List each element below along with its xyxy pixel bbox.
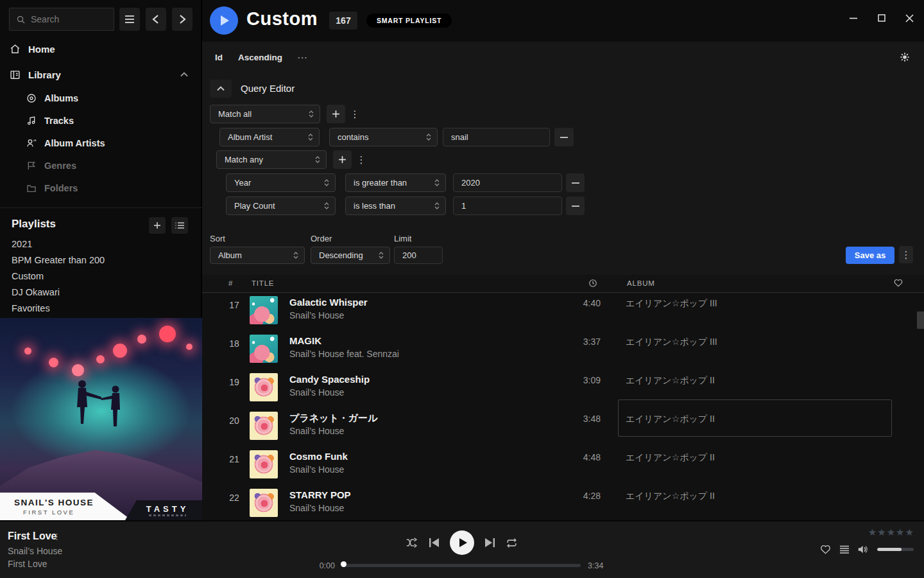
search-box[interactable] (9, 8, 114, 31)
sidebar-item-album-artists[interactable]: Album Artists (0, 136, 202, 151)
progress-bar[interactable] (343, 564, 581, 567)
favorite-heart-icon[interactable] (820, 545, 831, 554)
volume-fill (877, 548, 902, 551)
rule-field-select[interactable]: Album Artist (219, 128, 320, 146)
star-icon[interactable]: ★ (877, 527, 886, 538)
maximize-button[interactable] (872, 9, 891, 27)
match-group-select[interactable]: Match all (210, 105, 320, 123)
sidebar-item-folders[interactable]: Folders (0, 180, 202, 196)
track-title: Candy Spaceship (289, 374, 370, 385)
close-button[interactable] (900, 9, 919, 27)
rule-value-input[interactable] (443, 128, 550, 146)
sort-field-button[interactable]: Id (215, 53, 223, 62)
lantern-dot (159, 326, 176, 342)
play-pause-button[interactable] (450, 530, 474, 555)
playlist-item[interactable]: Favorites (12, 303, 191, 316)
column-index[interactable]: # (228, 279, 233, 287)
sidebar-item-label: Home (28, 44, 55, 55)
sidebar-item-tracks[interactable]: Tracks (0, 113, 202, 128)
playlist-item[interactable]: Custom (12, 271, 191, 284)
rule-operator-select[interactable]: is greater than (345, 173, 446, 192)
rule-value-input[interactable] (453, 173, 562, 192)
order-select[interactable]: Descending (311, 247, 390, 264)
rule-field-select[interactable]: Play Count (226, 197, 336, 215)
track-duration: 4:28 (571, 491, 601, 501)
chevron-up-icon[interactable] (180, 72, 188, 77)
add-rule-button[interactable] (333, 150, 352, 169)
rule-operator-select[interactable]: is less than (345, 197, 446, 215)
group-menu-button[interactable]: ⋮ (356, 150, 366, 169)
sidebar-item-albums[interactable]: Albums (0, 91, 202, 106)
column-album[interactable]: ALBUM (627, 279, 655, 287)
rule-operator-select[interactable]: contains (329, 128, 438, 146)
clock-icon[interactable] (588, 279, 597, 288)
shuffle-icon[interactable] (406, 538, 418, 548)
add-playlist-button[interactable] (149, 217, 166, 234)
table-row[interactable]: 22 STARRY POP Snail’s House 4:28 エイリアン☆ポ… (202, 484, 924, 520)
rule-value-input[interactable] (453, 197, 562, 215)
match-group-select[interactable]: Match any (216, 150, 327, 169)
previous-track-icon[interactable] (429, 538, 439, 547)
volume-slider[interactable] (877, 548, 914, 551)
app-window: Home Library Albums Tracks (0, 0, 924, 578)
volume-icon[interactable] (858, 545, 869, 554)
save-menu-button[interactable]: ⋮ (899, 246, 913, 263)
track-album[interactable]: エイリアン☆ポップ II (626, 452, 715, 464)
progress-handle[interactable] (341, 561, 346, 567)
play-playlist-button[interactable] (210, 6, 238, 35)
track-album[interactable]: エイリアン☆ポップ II (626, 414, 715, 425)
track-number: 17 (221, 300, 247, 310)
rule-field-select[interactable]: Year (226, 173, 336, 192)
heart-icon[interactable] (894, 279, 903, 287)
playlist-item[interactable]: DJ Okawari (12, 287, 191, 300)
now-playing-title: First Love (8, 530, 56, 542)
track-album[interactable]: エイリアン☆ポップ II (626, 375, 715, 387)
column-title[interactable]: TITLE (252, 279, 274, 287)
gear-icon[interactable] (900, 52, 910, 62)
table-row[interactable]: 20 プラネット・ガール Snail’s House 3:48 エイリアン☆ポッ… (202, 407, 924, 445)
track-album[interactable]: エイリアン☆ポップ II (626, 491, 715, 502)
table-row[interactable]: 17 Galactic Whisper Snail’s House 4:40 エ… (202, 293, 924, 329)
next-track-icon[interactable] (485, 538, 495, 547)
table-row[interactable]: 21 Cosmo Funk Snail’s House 4:48 エイリアン☆ポ… (202, 445, 924, 484)
page-title: Custom (246, 8, 318, 30)
sidebar-item-genres[interactable]: Genres (0, 158, 202, 173)
minimize-button[interactable] (844, 9, 863, 27)
play-icon (459, 538, 467, 547)
query-editor-collapse-button[interactable] (210, 80, 232, 98)
sort-order-button[interactable]: Ascending (238, 53, 282, 62)
sidebar-item-home[interactable]: Home (0, 40, 202, 57)
star-icon[interactable]: ★ (868, 527, 877, 538)
nav-back-button[interactable] (146, 8, 166, 31)
star-icon[interactable]: ★ (905, 527, 914, 538)
now-playing-menu-button[interactable]: ⋮ (53, 532, 61, 541)
group-menu-button[interactable]: ⋮ (350, 105, 360, 123)
track-album[interactable]: エイリアン☆ポップ III (626, 298, 717, 310)
table-row[interactable]: 18 MAGIK Snail’s House feat. Sennzai 3:3… (202, 329, 924, 368)
track-duration: 3:09 (571, 375, 601, 385)
limit-input[interactable] (394, 247, 443, 264)
star-icon[interactable]: ★ (896, 527, 904, 538)
menu-button[interactable] (119, 8, 140, 31)
add-rule-button[interactable] (327, 105, 345, 123)
now-playing-artwork[interactable]: SNAIL'S HOUSE FIRST LOVE TASTY (0, 318, 202, 520)
sidebar-item-library[interactable]: Library (0, 66, 202, 83)
remove-rule-button[interactable] (554, 128, 574, 146)
scrollbar-thumb[interactable] (917, 311, 924, 329)
remove-rule-button[interactable] (566, 173, 585, 192)
search-input[interactable] (31, 14, 107, 24)
playlist-item[interactable]: BPM Greater than 200 (12, 255, 191, 268)
remove-rule-button[interactable] (566, 197, 585, 215)
queue-icon[interactable] (839, 545, 850, 554)
playlist-list-button[interactable] (171, 217, 188, 234)
save-as-button[interactable]: Save as (846, 247, 894, 264)
smart-playlist-badge: SMART PLAYLIST (366, 13, 452, 28)
more-options-button[interactable]: ⋯ (297, 51, 308, 64)
sort-select[interactable]: Album (210, 247, 305, 264)
album-art-thumbnail (250, 373, 278, 401)
track-album[interactable]: エイリアン☆ポップ III (626, 337, 717, 348)
repeat-icon[interactable] (506, 538, 518, 548)
star-icon[interactable]: ★ (887, 527, 895, 538)
playlist-item[interactable]: 2021 (12, 239, 191, 252)
nav-forward-button[interactable] (172, 8, 193, 31)
